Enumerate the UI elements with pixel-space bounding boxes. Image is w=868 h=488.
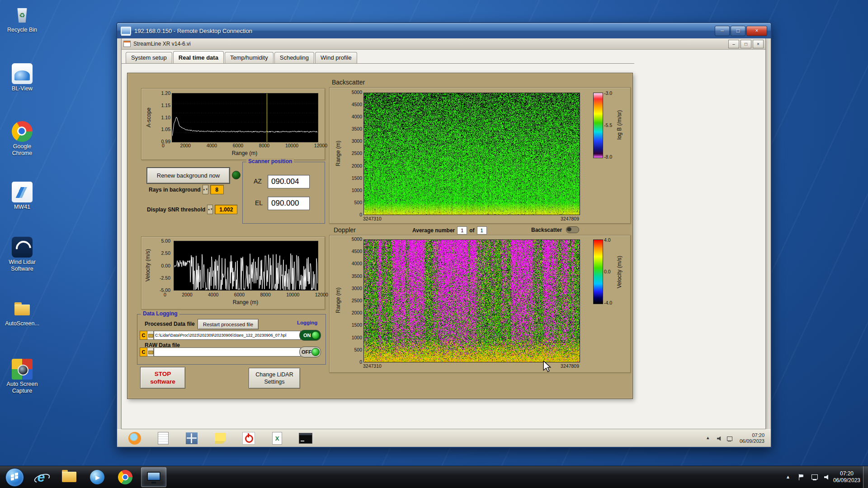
- rdp-maximize-button[interactable]: □: [731, 26, 745, 36]
- colorbar-tick-label: -8.0: [604, 154, 612, 160]
- snr-threshold-label: Display SNR threshold: [147, 206, 205, 213]
- file-explorer-icon: [62, 472, 76, 483]
- az-value-field[interactable]: 090.004: [268, 175, 310, 188]
- app-minimize-button[interactable]: –: [728, 40, 739, 48]
- restart-processed-file-button[interactable]: Restart processed file: [198, 319, 259, 329]
- data-logging-group: Data Logging Processed Data file Restart…: [137, 314, 326, 365]
- app-titlebar[interactable]: StreamLine XR v14-6.vi –□×: [122, 38, 765, 50]
- ytick-label: 5.00: [161, 238, 170, 244]
- el-label: EL: [255, 199, 263, 206]
- taskbar-chrome-button[interactable]: [113, 468, 137, 487]
- ytick-label: 3500: [352, 126, 362, 131]
- rays-in-background-value[interactable]: 8: [210, 185, 224, 194]
- app-grid-icon: [186, 432, 198, 444]
- remote-clock[interactable]: 07:20 06/09/2023: [740, 432, 764, 444]
- desktop-icon-autoscreen-folder[interactable]: AutoScreen...: [3, 298, 42, 327]
- a-scope-ytick-labels: 1.201.151.101.050.99: [152, 90, 170, 144]
- backscatter-toggle-label: Backscatter: [531, 227, 562, 233]
- taskbar-file-explorer-button[interactable]: [57, 468, 81, 487]
- taskbar-clock[interactable]: 07:20 06/09/2023: [833, 470, 860, 484]
- remote-system-tray: [707, 436, 732, 441]
- raw-browse-icon[interactable]: [147, 347, 154, 357]
- hidden-icons-icon[interactable]: [707, 436, 712, 441]
- network-icon[interactable]: [726, 436, 732, 441]
- show-desktop-button[interactable]: [863, 466, 868, 488]
- desktop-icon-mw41[interactable]: MW41: [3, 182, 42, 211]
- xtick-label: 8000: [260, 292, 270, 297]
- taskbar-start-button[interactable]: [4, 468, 25, 487]
- remote-taskbar-icons: [127, 431, 313, 446]
- desktop-icon-auto-screen-capture[interactable]: Auto ScreenCapture: [3, 359, 42, 394]
- action-center-icon[interactable]: [798, 474, 805, 481]
- backscatter-display-toggle[interactable]: [566, 226, 579, 233]
- doppler-ytick-labels: 5000450040003500300025002000150010005000: [342, 236, 362, 365]
- app-close-button[interactable]: ×: [753, 40, 764, 48]
- ytick-label: 1500: [352, 175, 362, 181]
- doppler-section-title: Doppler: [334, 226, 356, 234]
- tab-wind-profile[interactable]: Wind profile: [315, 52, 357, 63]
- desktop-icon-label: Recycle Bin: [3, 27, 42, 33]
- rdp-titlebar[interactable]: 192.168.0.150 - Remote Desktop Connectio…: [117, 23, 771, 38]
- stop-software-button[interactable]: STOP software: [140, 367, 185, 389]
- processed-browse-icon[interactable]: [147, 331, 154, 340]
- processed-drive-box[interactable]: C: [140, 331, 147, 340]
- desktop-icon-bl-view[interactable]: BL-View: [3, 63, 42, 92]
- desktop-icon-list: Recycle BinBL-ViewGoogleChromeMW41Wind L…: [3, 0, 42, 488]
- remote-taskbar-console-button[interactable]: [298, 431, 313, 446]
- tab-scheduling[interactable]: Scheduling: [274, 52, 314, 63]
- rdp-close-button[interactable]: ×: [746, 26, 767, 36]
- tab-temp-humidity[interactable]: Temp/humidity: [225, 52, 274, 63]
- remote-taskbar-power-tool-button[interactable]: [241, 431, 256, 446]
- renew-led-indicator: [232, 171, 241, 179]
- processed-logging-toggle[interactable]: ON: [299, 330, 321, 341]
- taskbar-clock-time: 07:20: [833, 470, 860, 477]
- taskbar-internet-explorer-button[interactable]: [29, 468, 53, 487]
- desktop-icon-google-chrome[interactable]: GoogleChrome: [3, 121, 42, 157]
- ytick-label: 1.05: [161, 127, 170, 132]
- snr-spinner[interactable]: ▲▼: [207, 205, 213, 214]
- google-chrome-icon: [12, 121, 33, 142]
- data-logging-title: Data Logging: [141, 310, 179, 317]
- average-number-value[interactable]: 1: [457, 226, 467, 235]
- tab-real-time-data[interactable]: Real time data: [173, 51, 224, 63]
- volume-icon[interactable]: [717, 436, 722, 441]
- rays-spinner[interactable]: ▲▼: [203, 185, 208, 194]
- backscatter-colorbar: [593, 93, 603, 158]
- remote-taskbar-firefox-button[interactable]: [127, 431, 142, 446]
- taskbar-media-player-button[interactable]: [85, 468, 109, 487]
- snr-threshold-value[interactable]: 1.002: [215, 205, 237, 214]
- tab-system-setup[interactable]: System setup: [126, 52, 172, 63]
- backscatter-display-toggle-row: Backscatter: [531, 226, 579, 233]
- taskbar-remote-desktop-button[interactable]: [141, 467, 166, 487]
- desktop-icon-recycle-bin[interactable]: Recycle Bin: [3, 5, 42, 33]
- rdp-minimize-button[interactable]: –: [715, 26, 730, 36]
- desktop-icon-wind-lidar-software[interactable]: Wind LidarSoftware: [3, 237, 42, 272]
- renew-background-button[interactable]: Renew background now: [146, 167, 230, 184]
- hidden-icons-icon[interactable]: [786, 474, 793, 481]
- xtick-label: 2000: [182, 292, 192, 297]
- raw-drive-box[interactable]: C: [140, 347, 147, 357]
- colorbar-tick-label: -5.5: [604, 122, 612, 128]
- chrome-icon: [118, 470, 132, 484]
- ytick-label: 1.15: [161, 103, 170, 108]
- change-lidar-settings-button[interactable]: Change LiDAR Settings: [249, 368, 300, 389]
- remote-taskbar-sticky-notes-button[interactable]: [212, 431, 228, 446]
- ytick-label: 5000: [352, 236, 362, 242]
- velocity-xtick-labels: 020004000600080001000012000: [164, 292, 328, 297]
- average-total-value[interactable]: 1: [477, 226, 487, 235]
- app-window-title: StreamLine XR v14-6.vi: [133, 41, 724, 47]
- raw-logging-toggle[interactable]: OFF: [299, 347, 321, 357]
- velocity-canvas: [174, 241, 318, 291]
- remote-taskbar-notepad-button[interactable]: [156, 431, 171, 446]
- remote-taskbar-app-grid-button[interactable]: [184, 431, 199, 446]
- remote-taskbar-spreadsheet-button[interactable]: [269, 431, 285, 446]
- volume-icon[interactable]: [824, 474, 830, 481]
- ytick-label: 0: [359, 359, 362, 365]
- processed-path-field[interactable]: C:\Lidar\Data\Proc\2023\202309\20230906\…: [154, 331, 301, 340]
- network-icon[interactable]: [811, 474, 818, 481]
- xtick-label: 0: [164, 292, 166, 297]
- el-value-field[interactable]: 090.000: [268, 197, 310, 210]
- raw-path-field[interactable]: [154, 347, 301, 357]
- ytick-label: -2.50: [160, 275, 170, 281]
- app-restore-button[interactable]: □: [741, 40, 751, 48]
